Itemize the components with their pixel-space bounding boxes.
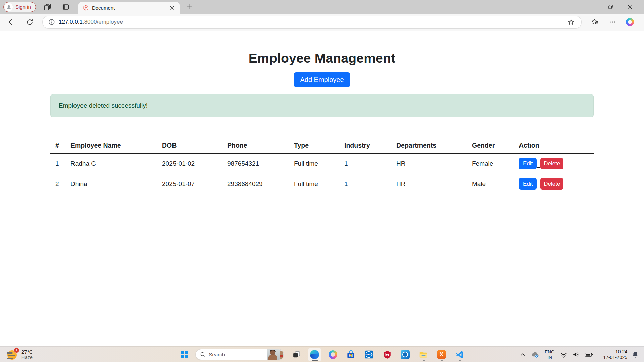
success-alert: Employee deleted successfully! — [50, 94, 594, 117]
profile-avatar-icon — [5, 3, 13, 11]
sign-in-button[interactable]: Sign in — [3, 2, 36, 12]
cell-industry: 1 — [339, 174, 391, 194]
weather-condition: Haze — [21, 355, 33, 360]
employee-table: # Employee Name DOB Phone Type Industry … — [50, 138, 594, 194]
link-underscore — [537, 167, 540, 168]
notification-badge: 1 — [14, 347, 19, 353]
cell-num: 1 — [50, 154, 65, 174]
weather-widget[interactable]: 1 27°C Haze — [6, 347, 33, 362]
col-header-name: Employee Name — [65, 138, 157, 154]
weather-text: 27°C Haze — [21, 349, 33, 360]
copilot-taskbar-icon[interactable] — [326, 348, 340, 361]
edit-button[interactable]: Edit — [519, 178, 537, 190]
mcafee-icon[interactable] — [381, 348, 394, 361]
close-button[interactable] — [620, 0, 639, 14]
browser-titlebar: Sign in Document — [0, 0, 644, 14]
laravel-favicon — [83, 5, 89, 11]
col-header-dob: DOB — [157, 138, 222, 154]
cell-action: EditDelete — [514, 174, 594, 194]
taskbar: 1 27°C Haze Search — [0, 346, 644, 362]
table-row: 2 Dhina 2025-01-07 2938684029 Full time … — [50, 174, 594, 194]
screen: Sign in Document — [0, 0, 644, 362]
table-header: # Employee Name DOB Phone Type Industry … — [50, 138, 594, 154]
taskbar-center: Search — [178, 347, 466, 362]
url-host: 127.0.0.1 — [59, 19, 83, 25]
microsoft-store-icon[interactable] — [344, 348, 358, 361]
search-label: Search — [209, 352, 225, 357]
tab-close-icon[interactable] — [168, 4, 176, 12]
cell-phone: 987654321 — [222, 154, 289, 174]
battery-icon[interactable] — [584, 350, 594, 359]
edit-button[interactable]: Edit — [519, 158, 537, 169]
edge-logo — [310, 350, 319, 359]
favorite-star-icon[interactable] — [566, 17, 576, 27]
clock[interactable]: 10:24 17-01-2025 — [598, 349, 627, 360]
cell-name: Dhina — [65, 174, 157, 194]
cell-action: EditDelete — [514, 154, 594, 174]
clock-date: 17-01-2025 — [603, 355, 627, 360]
dell-label: DELL — [366, 353, 372, 356]
cell-dob: 2025-01-02 — [157, 154, 222, 174]
edge-taskbar-icon[interactable] — [308, 348, 321, 361]
search-highlight-image[interactable] — [267, 349, 284, 360]
language-top: ENG — [545, 349, 554, 355]
copilot-icon[interactable] — [623, 16, 637, 28]
delete-button[interactable]: Delete — [540, 178, 563, 190]
col-header-action: Action — [514, 138, 594, 154]
outlook-icon[interactable] — [399, 348, 412, 361]
site-info-icon[interactable] — [48, 18, 55, 26]
notification-bell-icon[interactable] — [631, 351, 639, 359]
onedrive-icon[interactable] — [530, 350, 540, 359]
search-icon — [200, 351, 206, 358]
delete-button[interactable]: Delete — [540, 158, 563, 169]
cell-gender: Male — [467, 174, 514, 194]
cell-gender: Female — [467, 154, 514, 174]
browser-tab[interactable]: Document — [78, 2, 180, 14]
cell-name: Radha G — [65, 154, 157, 174]
system-tray: ENG IN — [519, 347, 639, 362]
dell-icon[interactable]: DELL — [362, 348, 376, 361]
cell-type: Full time — [289, 154, 339, 174]
tray-chevron-icon[interactable] — [519, 351, 526, 358]
back-button[interactable] — [5, 16, 17, 28]
add-employee-button[interactable]: Add Employee — [294, 72, 350, 87]
start-button[interactable] — [178, 348, 191, 361]
col-header-type: Type — [289, 138, 339, 154]
taskbar-search[interactable]: Search — [195, 349, 284, 360]
cell-num: 2 — [50, 174, 65, 194]
refresh-button[interactable] — [23, 16, 36, 28]
weather-temp: 27°C — [21, 349, 33, 355]
vscode-icon[interactable] — [453, 348, 466, 361]
outlook-logo — [401, 350, 410, 359]
restore-button[interactable] — [601, 0, 620, 14]
workspaces-icon[interactable] — [43, 2, 53, 12]
link-underscore — [537, 188, 540, 188]
cell-dob: 2025-01-07 — [157, 174, 222, 194]
sign-in-label: Sign in — [15, 4, 31, 10]
xampp-icon[interactable]: Χ — [435, 348, 448, 361]
tab-actions-icon[interactable] — [61, 2, 71, 12]
task-view-icon[interactable] — [290, 348, 303, 361]
table-row: 1 Radha G 2025-01-02 987654321 Full time… — [50, 154, 594, 174]
wifi-icon[interactable] — [560, 351, 568, 359]
col-header-industry: Industry — [339, 138, 391, 154]
file-explorer-icon[interactable] — [417, 348, 430, 361]
language-bottom: IN — [547, 355, 552, 360]
minimize-button[interactable] — [582, 0, 601, 14]
alert-message: Employee deleted successfully! — [59, 102, 148, 109]
volume-icon[interactable] — [572, 350, 580, 359]
cell-phone: 2938684029 — [222, 174, 289, 194]
col-header-departments: Departments — [391, 138, 467, 154]
language-indicator[interactable]: ENG IN — [544, 349, 556, 360]
col-header-gender: Gender — [467, 138, 514, 154]
cell-departments: HR — [391, 154, 467, 174]
browser-toolbar: 127.0.0.1:8000/employee — [0, 14, 644, 31]
xampp-logo: Χ — [437, 350, 446, 359]
clock-time: 10:24 — [615, 349, 627, 355]
favorites-list-icon[interactable] — [588, 16, 602, 28]
address-bar[interactable]: 127.0.0.1:8000/employee — [42, 16, 582, 29]
new-tab-button[interactable] — [184, 2, 194, 12]
more-options-icon[interactable] — [606, 16, 619, 28]
cell-type: Full time — [289, 174, 339, 194]
web-page: Employee Management Add Employee Employe… — [0, 31, 644, 346]
